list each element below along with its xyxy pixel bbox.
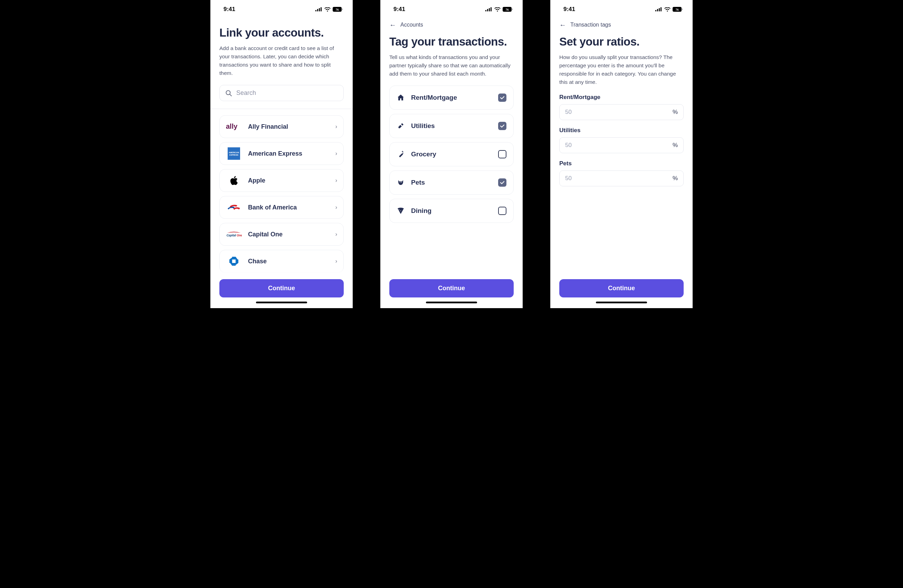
ally-logo-icon: ally: [226, 121, 242, 132]
percent-symbol: %: [673, 109, 678, 116]
tag-item-dining[interactable]: Dining: [389, 199, 514, 223]
svg-rect-2: [319, 8, 320, 12]
svg-rect-6: [342, 9, 343, 10]
tag-name: Dining: [411, 207, 492, 215]
back-arrow-icon: ←: [559, 21, 566, 28]
cellular-icon: [655, 7, 662, 11]
home-indicator[interactable]: [426, 302, 477, 303]
ratio-input[interactable]: [565, 109, 673, 116]
pet-icon: [396, 179, 405, 187]
bank-item-ally[interactable]: ally Ally Financial ›: [219, 115, 344, 138]
status-time: 9:41: [393, 6, 405, 13]
wifi-icon: [664, 7, 670, 12]
ratio-input[interactable]: [565, 175, 673, 182]
divider: [210, 109, 353, 109]
svg-rect-25: [661, 7, 662, 11]
svg-point-7: [226, 90, 230, 94]
svg-rect-22: [655, 10, 656, 11]
bank-name: American Express: [248, 150, 329, 157]
checkbox-unchecked-icon[interactable]: [498, 207, 507, 215]
tag-item-utilities[interactable]: Utilities: [389, 114, 514, 138]
chevron-right-icon: ›: [335, 151, 337, 157]
bank-name: Capital One: [248, 231, 329, 238]
svg-rect-17: [489, 8, 490, 12]
svg-line-8: [230, 94, 232, 96]
screen-set-ratios: 9:41 76 ← Transaction tags Set your rati…: [550, 0, 693, 308]
nav-back-label: Transaction tags: [570, 22, 611, 28]
footer: Continue: [550, 274, 693, 308]
svg-text:76: 76: [506, 8, 509, 11]
status-bar: 9:41 76: [550, 0, 693, 19]
home-indicator[interactable]: [596, 302, 647, 303]
search-box[interactable]: [219, 85, 344, 101]
bank-name: Ally Financial: [248, 123, 329, 130]
ratio-input[interactable]: [565, 142, 673, 149]
bank-item-capitalone[interactable]: CapitalOne Capital One ›: [219, 223, 344, 246]
svg-rect-23: [657, 9, 658, 11]
tag-item-rent[interactable]: Rent/Mortgage: [389, 86, 514, 110]
amex-logo-icon: AMERICANEXPRESS: [226, 148, 242, 159]
tag-item-pets[interactable]: Pets: [389, 171, 514, 194]
svg-rect-21: [512, 9, 513, 10]
back-arrow-icon: ←: [389, 21, 396, 28]
bank-item-amex[interactable]: AMERICANEXPRESS American Express ›: [219, 142, 344, 165]
chevron-right-icon: ›: [335, 177, 337, 183]
plug-icon: [396, 122, 405, 130]
svg-rect-0: [315, 10, 316, 11]
bank-list: ally Ally Financial › AMERICANEXPRESS Am…: [219, 115, 344, 273]
page-title: Link your accounts.: [219, 26, 344, 39]
tag-name: Utilities: [411, 122, 492, 130]
home-indicator[interactable]: [256, 302, 307, 303]
svg-text:EXPRESS: EXPRESS: [230, 154, 238, 156]
tag-item-grocery[interactable]: Grocery: [389, 142, 514, 166]
battery-icon: 76: [333, 7, 343, 12]
bank-item-bofa[interactable]: Bank of America ›: [219, 196, 344, 219]
checkbox-checked-icon[interactable]: [498, 122, 507, 130]
ratio-input-wrap[interactable]: %: [559, 104, 684, 120]
checkbox-checked-icon[interactable]: [498, 179, 507, 187]
capitalone-logo-icon: CapitalOne: [226, 229, 242, 240]
bofa-logo-icon: [226, 202, 242, 213]
ratio-input-wrap[interactable]: %: [559, 137, 684, 153]
tag-name: Pets: [411, 179, 492, 187]
svg-text:Capital: Capital: [227, 234, 236, 237]
svg-rect-18: [491, 7, 492, 11]
status-indicators: 76: [315, 7, 343, 12]
ratio-label: Rent/Mortgage: [559, 94, 684, 101]
chevron-right-icon: ›: [335, 124, 337, 130]
ratio-input-wrap[interactable]: %: [559, 171, 684, 187]
search-icon: [225, 90, 232, 97]
bank-item-apple[interactable]: Apple ›: [219, 169, 344, 192]
continue-button[interactable]: Continue: [559, 279, 684, 298]
tag-name: Rent/Mortgage: [411, 94, 492, 102]
svg-text:76: 76: [676, 8, 679, 11]
svg-rect-3: [321, 7, 322, 11]
bank-name: Apple: [248, 177, 329, 184]
ratio-group-rent: Rent/Mortgage %: [559, 94, 684, 120]
checkbox-unchecked-icon[interactable]: [498, 150, 507, 158]
continue-button[interactable]: Continue: [389, 279, 514, 298]
bank-name: Chase: [248, 258, 329, 265]
pizza-icon: [396, 207, 405, 215]
status-bar: 9:41 76: [380, 0, 523, 19]
footer: Continue: [210, 274, 353, 308]
search-input[interactable]: [236, 89, 338, 97]
percent-symbol: %: [673, 175, 678, 182]
bank-name: Bank of America: [248, 204, 329, 211]
battery-icon: 76: [503, 7, 513, 12]
svg-rect-28: [682, 9, 683, 10]
percent-symbol: %: [673, 142, 678, 149]
checkbox-checked-icon[interactable]: [498, 94, 507, 102]
screen-tag-transactions: 9:41 76 ← Accounts Tag your transactions…: [380, 0, 523, 308]
continue-button[interactable]: Continue: [219, 279, 344, 298]
nav-back[interactable]: ← Accounts: [380, 19, 523, 33]
wifi-icon: [324, 7, 330, 12]
nav-back[interactable]: ← Transaction tags: [550, 19, 693, 33]
svg-text:ally: ally: [226, 123, 238, 130]
page-subtitle: How do you usually split your transactio…: [559, 53, 684, 86]
ratio-label: Utilities: [559, 127, 684, 134]
chevron-right-icon: ›: [335, 231, 337, 237]
svg-rect-24: [659, 8, 660, 12]
wifi-icon: [494, 7, 500, 12]
svg-rect-10: [228, 147, 240, 160]
